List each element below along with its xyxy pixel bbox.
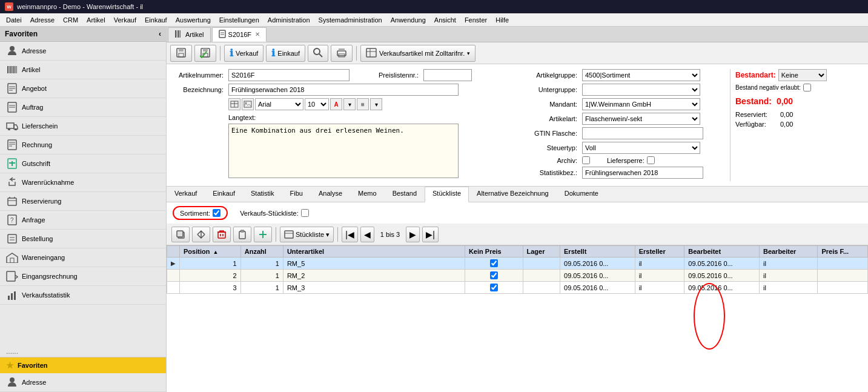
sidebar-item-rechnung[interactable]: Rechnung [0, 136, 166, 154]
gtin-input[interactable] [582, 127, 703, 139]
menu-hilfe[interactable]: Hilfe [492, 15, 512, 25]
section-tab-stueckliste[interactable]: Stückliste [425, 187, 469, 202]
langtext-input[interactable]: Eine Kombination aus drei erlesenen Wein… [228, 124, 459, 178]
font-size-select[interactable]: 10 [305, 98, 329, 110]
cell-keinpreis[interactable] [465, 282, 523, 294]
bezeichnung-input[interactable] [228, 84, 459, 96]
nav-prev-btn[interactable]: ◀ [360, 227, 374, 242]
rt-dropdown-btn[interactable]: ▾ [343, 98, 356, 110]
table-row[interactable]: ▶ 1 1 RM_5 09.05.2016 0... il 09.05.2016… [167, 257, 868, 270]
mandant-select[interactable]: 1|W.Weinmann GmbH [582, 98, 700, 110]
col-lager[interactable]: Lager [523, 246, 560, 257]
verkaufs-stueckliste-checkbox[interactable] [301, 209, 309, 217]
save-button[interactable] [170, 45, 192, 62]
table-row[interactable]: 2 1 RM_2 09.05.2016 0... il 09.05.2016 0… [167, 270, 868, 282]
tab-s2016f-close[interactable]: ✕ [255, 31, 260, 38]
artikelart-select[interactable]: Flaschenwein/-sekt [582, 113, 700, 125]
col-bearbeitet[interactable]: Bearbeitet [684, 246, 760, 257]
section-tab-fibu[interactable]: Fibu [282, 187, 311, 202]
tab-artikel[interactable]: Artikel [168, 27, 211, 42]
sidebar-item-adresse[interactable]: Adresse [0, 42, 166, 61]
stueckliste-dropdown-btn[interactable]: Stückliste ▾ [280, 227, 334, 242]
move-btn[interactable] [192, 227, 210, 242]
section-tab-memo[interactable]: Memo [350, 187, 385, 202]
sidebar-bottom-adresse[interactable]: Adresse [0, 373, 166, 392]
copy-btn[interactable] [171, 227, 190, 242]
keinpreis-checkbox[interactable] [490, 284, 498, 291]
delete-btn[interactable] [213, 227, 231, 242]
sidebar-item-reservierung[interactable]: Reservierung [0, 192, 166, 211]
col-ersteller[interactable]: Ersteller [635, 246, 684, 257]
text-align-btn[interactable]: ≡ [357, 98, 369, 110]
section-tab-statistik[interactable]: Statistik [243, 187, 282, 202]
sidebar-item-warenruecknahme[interactable]: Warenrücknahme [0, 173, 166, 192]
zolltarifnr-button[interactable]: Verkaufsartikel mit Zolltarifnr. ▾ [360, 45, 475, 62]
menu-crm[interactable]: CRM [59, 15, 82, 25]
font-color-btn[interactable]: A [330, 98, 342, 110]
section-tab-dokumente[interactable]: Dokumente [557, 187, 606, 202]
save2-button[interactable] [194, 45, 216, 62]
col-erstellt[interactable]: Erstellt [560, 246, 635, 257]
sidebar-item-gutschrift[interactable]: Gutschrift [0, 154, 166, 173]
menu-adresse[interactable]: Adresse [27, 15, 58, 25]
tab-s2016f[interactable]: S2016F ✕ [212, 27, 267, 42]
sidebar-item-anfrage[interactable]: ? Anfrage [0, 211, 166, 230]
menu-fenster[interactable]: Fenster [461, 15, 491, 25]
menu-datei[interactable]: Datei [2, 15, 25, 25]
sidebar-item-verkaufsstatistik[interactable]: Verkaufsstatistik [0, 286, 166, 305]
cell-keinpreis[interactable] [465, 257, 523, 270]
sidebar-item-auftrag[interactable]: Auftrag [0, 98, 166, 117]
einkauf-info-button[interactable]: ℹ Einkauf [266, 45, 305, 62]
font-family-select[interactable]: Arial [255, 98, 303, 110]
col-keinpreis[interactable]: Kein Preis [465, 246, 523, 257]
menu-systemadmin[interactable]: Systemadministration [315, 15, 386, 25]
untergruppe-select[interactable] [582, 84, 700, 96]
menu-artikel[interactable]: Artikel [83, 15, 109, 25]
sidebar-item-wareneingang[interactable]: Wareneingang [0, 248, 166, 267]
menu-verkauf[interactable]: Verkauf [110, 15, 140, 25]
search-button[interactable] [308, 45, 328, 62]
rt-image-btn[interactable] [242, 98, 254, 110]
menu-einstellungen[interactable]: Einstellungen [216, 15, 263, 25]
col-bearbeiter[interactable]: Bearbeiter [759, 246, 817, 257]
verkauf-info-button[interactable]: ℹ Verkauf [224, 45, 263, 62]
sidebar-item-lieferschein[interactable]: Lieferschein [0, 117, 166, 136]
rt-more-btn[interactable]: ▾ [370, 98, 382, 110]
col-unterartikel[interactable]: Unterartikel [283, 246, 465, 257]
artikelnummer-input[interactable] [228, 69, 350, 81]
menu-auswertung[interactable]: Auswertung [172, 15, 214, 25]
col-anzahl[interactable]: Anzahl [240, 246, 283, 257]
nav-first-btn[interactable]: |◀ [342, 227, 358, 242]
cell-keinpreis[interactable] [465, 270, 523, 282]
table-row[interactable]: 3 1 RM_3 09.05.2016 0... il 09.05.2016 0… [167, 282, 868, 294]
section-tab-einkauf[interactable]: Einkauf [205, 187, 243, 202]
sidebar-item-eingangsrechnung[interactable]: Eingangsrechnung [0, 267, 166, 286]
negativ-checkbox[interactable] [803, 84, 811, 91]
nav-last-btn[interactable]: ▶| [422, 227, 439, 242]
section-tab-analyse[interactable]: Analyse [311, 187, 350, 202]
add-btn[interactable] [254, 227, 272, 242]
sidebar-collapse-button[interactable]: ‹ [159, 30, 161, 38]
sidebar-item-bestellung[interactable]: Bestellung [0, 230, 166, 248]
col-position[interactable]: Position ▲ [180, 246, 241, 257]
liefersperre-checkbox[interactable] [647, 156, 655, 164]
col-preisf[interactable]: Preis F... [818, 246, 868, 257]
preislistennr-input[interactable] [423, 69, 472, 81]
artikelgruppe-select[interactable]: 4500|Sortiment [582, 69, 700, 81]
statistikbez-input[interactable] [582, 167, 703, 179]
menu-administration[interactable]: Administration [264, 15, 314, 25]
paste-btn[interactable] [233, 227, 251, 242]
bestandart-select[interactable]: Keine [778, 69, 827, 81]
menu-ansicht[interactable]: Ansicht [431, 15, 460, 25]
sidebar-item-artikel[interactable]: Artikel [0, 61, 166, 79]
menu-anwendung[interactable]: Anwendung [387, 15, 429, 25]
steuertyp-select[interactable]: Voll [582, 142, 700, 154]
archiv-checkbox[interactable] [582, 156, 590, 164]
keinpreis-checkbox[interactable] [490, 259, 498, 267]
menu-einkauf[interactable]: Einkauf [141, 15, 171, 25]
section-tab-verkauf[interactable]: Verkauf [167, 187, 205, 202]
section-tab-bestand[interactable]: Bestand [385, 187, 425, 202]
nav-next-btn[interactable]: ▶ [406, 227, 420, 242]
sortiment-checkbox[interactable] [213, 209, 220, 217]
keinpreis-checkbox[interactable] [490, 271, 498, 279]
